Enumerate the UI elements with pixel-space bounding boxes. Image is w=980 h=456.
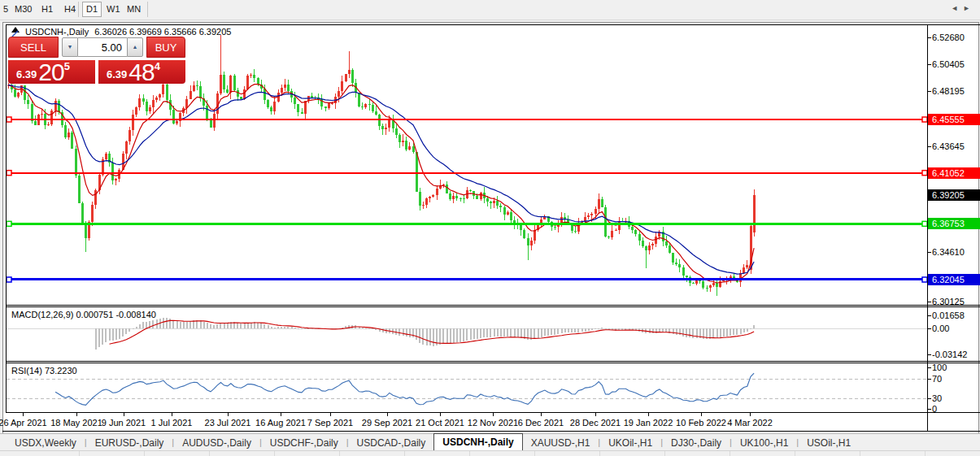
volume-input[interactable] bbox=[78, 37, 127, 57]
buy-button[interactable]: BUY bbox=[146, 37, 185, 58]
chart-tab-audusd-daily[interactable]: AUDUSD-,Daily bbox=[174, 436, 259, 450]
time-axis-label: 4 Mar 2022 bbox=[727, 418, 773, 428]
price-level-badge: 6.45555 bbox=[928, 114, 980, 125]
time-axis-label: 7 Sep 2021 bbox=[307, 418, 353, 428]
time-axis-label: 26 Apr 2021 bbox=[0, 418, 47, 428]
chart-icon bbox=[11, 27, 21, 37]
sell-price-main: 20 bbox=[38, 62, 63, 83]
indicator-axis-tick: 70 bbox=[932, 374, 942, 384]
indicator-axis-tick: 0 bbox=[932, 404, 937, 414]
status-bar-divider bbox=[534, 451, 535, 456]
chart-tab-usdcnh-daily[interactable]: USDCNH-,Daily bbox=[433, 433, 522, 450]
mt4-window: 5M30H1H4D1W1MN USDCNH-,Daily 6.36026 6.3… bbox=[0, 0, 980, 456]
status-bar-divider bbox=[209, 451, 210, 456]
macd-histogram bbox=[95, 318, 755, 350]
status-bar-divider bbox=[860, 451, 860, 456]
chart-tab-usdcad-daily[interactable]: USDCAD-,Daily bbox=[349, 436, 434, 450]
price-axis-tick: 6.43645 bbox=[932, 141, 965, 151]
chart-tab-usoil-h1[interactable]: USOil-,H1 bbox=[799, 436, 859, 450]
status-bar-divider bbox=[274, 451, 275, 456]
trade-panel-price-row: 6.39 20 5 6.39 48 4 bbox=[8, 59, 185, 84]
tab-scroll-right-icon[interactable]: ► bbox=[963, 4, 975, 12]
time-axis-label: 29 Sep 2021 bbox=[362, 418, 412, 428]
buy-price-main: 48 bbox=[128, 62, 154, 83]
time-axis-label: 1 Jul 2021 bbox=[151, 418, 193, 428]
time-axis-label: 6 Dec 2021 bbox=[518, 418, 564, 428]
timeframe-mn[interactable]: MN bbox=[124, 2, 144, 16]
time-axis-label: 16 Aug 2021 bbox=[255, 418, 306, 428]
time-axis-label: 28 Dec 2021 bbox=[570, 418, 621, 428]
status-bar-divider bbox=[795, 451, 795, 456]
hline-marker bbox=[7, 117, 11, 122]
chart-tab-uk100-h1[interactable]: UK100-,H1 bbox=[732, 436, 796, 450]
status-bar-divider bbox=[664, 451, 665, 456]
hline-marker bbox=[7, 221, 11, 226]
hline-marker bbox=[922, 277, 927, 282]
sell-price-display[interactable]: 6.39 20 5 bbox=[8, 59, 95, 84]
chart-ohlc-values: 6.36026 6.39669 6.35666 6.39205 bbox=[94, 27, 231, 37]
time-axis-label: 19 Jan 2022 bbox=[624, 418, 673, 428]
status-bar-divider bbox=[469, 451, 470, 456]
timeframe-h4[interactable]: H4 bbox=[61, 2, 79, 16]
chart-tab-dj30-daily[interactable]: DJ30-,Daily bbox=[663, 436, 730, 450]
chart-tab-eurusd-daily[interactable]: EURUSD-,Daily bbox=[87, 436, 172, 450]
tab-scroll-arrows[interactable]: ◄► bbox=[951, 4, 975, 12]
buy-price-display[interactable]: 6.39 48 4 bbox=[98, 59, 185, 84]
status-bar-divider bbox=[339, 451, 340, 456]
price-level-badge: 6.39205 bbox=[928, 189, 980, 201]
one-click-trading-panel: SELL ▼ ▲ BUY 6.39 20 5 6.39 48 4 bbox=[8, 37, 185, 84]
status-bar-divider bbox=[730, 451, 730, 456]
chart-tab-bar: USDX,Weekly|EURUSD-,Daily|AUDUSD-,Daily|… bbox=[0, 433, 980, 450]
timeframe-h1[interactable]: H1 bbox=[38, 2, 56, 16]
indicator-axis-tick: 0.01658 bbox=[932, 311, 965, 320]
chart-title-bar: USDCNH-,Daily 6.36026 6.39669 6.35666 6.… bbox=[11, 27, 231, 37]
indicator-axis-tick: 100 bbox=[932, 363, 947, 372]
chart-tab-usdx-weekly[interactable]: USDX,Weekly bbox=[7, 436, 85, 450]
price-axis-tick: 6.34610 bbox=[932, 247, 965, 257]
hline-marker bbox=[922, 221, 927, 226]
buy-price-prefix: 6.39 bbox=[107, 68, 127, 80]
status-bar bbox=[0, 450, 980, 456]
time-axis-label: 18 May 2021 bbox=[50, 418, 102, 428]
status-bar-divider bbox=[404, 451, 405, 456]
sell-price-pip: 5 bbox=[64, 60, 70, 72]
status-bar-divider bbox=[599, 451, 600, 456]
price-level-badge: 6.41052 bbox=[928, 167, 980, 179]
timeframe-d1[interactable]: D1 bbox=[82, 2, 102, 17]
trade-panel-top-row: SELL ▼ ▲ BUY bbox=[8, 37, 185, 58]
time-axis-label: 10 Feb 2022 bbox=[676, 418, 726, 428]
tab-scroll-left-icon[interactable]: ◄ bbox=[951, 4, 963, 12]
time-axis-label: 23 Jul 2021 bbox=[205, 418, 251, 428]
time-axis-label: 9 Jun 2021 bbox=[102, 418, 146, 428]
hline-marker bbox=[922, 171, 927, 176]
timeframe-5[interactable]: 5 bbox=[0, 2, 11, 16]
time-axis-label: 12 Nov 2021 bbox=[468, 418, 518, 428]
timeframe-w1[interactable]: W1 bbox=[103, 2, 124, 16]
hline-marker bbox=[7, 277, 11, 282]
chart-tab-xauusd-h1[interactable]: XAUUSD-,H1 bbox=[523, 436, 599, 450]
status-bar-divider bbox=[79, 451, 80, 456]
rsi-label: RSI(14) 73.2230 bbox=[11, 366, 77, 376]
toolbar-separator bbox=[147, 2, 148, 17]
status-bar-divider bbox=[144, 451, 145, 456]
volume-decrease-button[interactable]: ▼ bbox=[62, 37, 78, 57]
hline-marker bbox=[7, 171, 11, 176]
chart-tab-ukoil-h1[interactable]: UKOil-,H1 bbox=[600, 436, 660, 450]
macd-label: MACD(12,26,9) 0.000751 -0.008140 bbox=[11, 310, 156, 319]
price-axis-tick: 6.50405 bbox=[932, 59, 965, 69]
price-axis-tick: 6.48195 bbox=[932, 86, 965, 96]
rsi-line bbox=[55, 373, 754, 405]
ma-line-8 bbox=[8, 85, 754, 283]
volume-increase-button[interactable]: ▲ bbox=[127, 37, 143, 57]
price-level-badge: 6.36753 bbox=[928, 218, 980, 229]
chart-tab-usdchf-daily[interactable]: USDCHF-,Daily bbox=[262, 436, 346, 450]
hline-marker bbox=[922, 117, 927, 122]
spinner-up-icon: ▲ bbox=[133, 44, 138, 50]
sell-button[interactable]: SELL bbox=[8, 37, 59, 58]
sell-price-prefix: 6.39 bbox=[16, 68, 37, 80]
timeframe-m30[interactable]: M30 bbox=[11, 2, 35, 16]
buy-price-pip: 4 bbox=[155, 60, 160, 72]
timeframe-bar: 5M30H1H4D1W1MN bbox=[0, 0, 980, 20]
status-bar-divider bbox=[925, 451, 926, 456]
toolbar-separator bbox=[78, 2, 79, 17]
